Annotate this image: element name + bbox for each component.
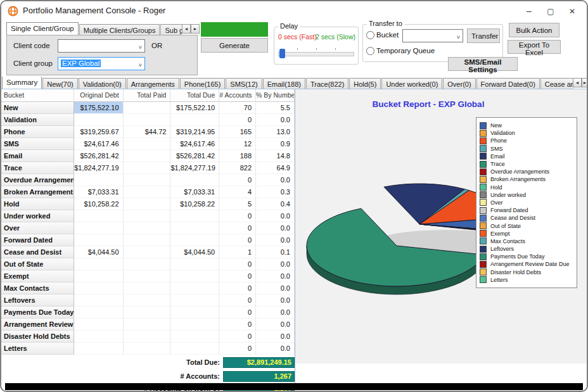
bucket-name-cell[interactable]: New (1, 102, 74, 114)
main-tabs-scroll-right-icon[interactable] (191, 24, 200, 34)
grid-cell[interactable]: 0.0 (256, 174, 295, 186)
tab-multiple-clients-groups[interactable]: Multiple Clients/Groups (79, 24, 160, 35)
bucket-combobox[interactable] (402, 29, 463, 42)
grid-cell[interactable] (74, 270, 124, 282)
bucket-tab-sms-12-[interactable]: SMS(12) (226, 78, 262, 89)
bucket-name-cell[interactable]: Letters (1, 343, 74, 355)
grid-cell[interactable]: 0 (219, 270, 256, 282)
grid-cell[interactable] (124, 150, 171, 162)
grid-cell[interactable]: 5.5 (256, 102, 295, 114)
grid-cell[interactable] (74, 174, 124, 186)
grid-cell[interactable]: 0 (219, 294, 256, 307)
grid-cell[interactable]: $526,281.42 (170, 150, 219, 162)
main-tabs-scroll-left-icon[interactable] (182, 24, 191, 34)
grid-cell[interactable] (170, 234, 219, 246)
column-header[interactable]: Total Paid (124, 89, 171, 102)
bucket-name-cell[interactable]: Overdue Arrangements (1, 174, 74, 186)
bucket-tab-email-188-[interactable]: Email(188) (263, 78, 305, 89)
grid-cell[interactable] (74, 307, 124, 319)
grid-cell[interactable] (124, 210, 171, 222)
transfer-button[interactable]: Transfer (467, 28, 500, 43)
bucket-name-cell[interactable]: SMS (1, 138, 74, 150)
tab-sub-groups[interactable]: Sub groups (160, 24, 182, 35)
grid-cell[interactable]: 0 (219, 282, 256, 294)
grid-cell[interactable]: 0.0 (256, 210, 295, 222)
grid-cell[interactable]: $4,044.50 (170, 246, 219, 258)
grid-cell[interactable]: 0.0 (256, 319, 295, 331)
grid-cell[interactable] (124, 270, 171, 282)
close-icon[interactable] (563, 4, 582, 18)
grid-cell[interactable]: $24,617.46 (74, 138, 124, 150)
grid-cell[interactable]: 0.1 (256, 246, 295, 258)
export-to-excel-button[interactable]: Export To Excel (508, 40, 561, 54)
grid-cell[interactable]: 0 (219, 258, 256, 270)
grid-cell[interactable]: 14.8 (256, 150, 295, 162)
bulk-action-button[interactable]: Bulk Action (509, 23, 559, 37)
bucket-name-cell[interactable]: Over (1, 222, 74, 234)
grid-cell[interactable]: 0.0 (256, 222, 295, 234)
bucket-tab-new-70-[interactable]: New(70) (42, 78, 78, 89)
column-header[interactable]: % By Number (256, 89, 295, 102)
bucket-tab-over-0-[interactable]: Over(0) (443, 78, 475, 89)
grid-cell[interactable]: 0.0 (256, 294, 295, 307)
grid-cell[interactable]: 0.0 (256, 282, 295, 294)
grid-cell[interactable]: 0.4 (256, 198, 295, 210)
grid-cell[interactable] (170, 331, 219, 343)
bucket-tab-trace-822-[interactable]: Trace(822) (306, 78, 348, 89)
grid-cell[interactable] (170, 343, 219, 355)
grid-cell[interactable] (170, 282, 219, 294)
grid-cell[interactable]: 0.0 (256, 307, 295, 319)
grid-cell[interactable] (124, 246, 171, 258)
grid-cell[interactable]: $319,214.95 (170, 126, 219, 138)
grid-cell[interactable]: 0.0 (256, 114, 295, 126)
bucket-name-cell[interactable]: Under worked (1, 210, 74, 222)
bucket-tab-under-worked-0-[interactable]: Under worked(0) (381, 78, 442, 89)
grid-cell[interactable]: 0 (219, 234, 256, 246)
grid-cell[interactable]: 0.0 (256, 331, 295, 343)
column-header[interactable]: Bucket (1, 89, 74, 102)
grid-cell[interactable]: 0 (219, 319, 256, 331)
grid-cell[interactable] (124, 102, 171, 114)
bucket-name-cell[interactable]: Max Contacts (1, 282, 74, 294)
bucket-name-cell[interactable]: Hold (1, 198, 74, 210)
slider-thumb[interactable] (279, 49, 285, 58)
grid-cell[interactable] (170, 114, 219, 126)
grid-cell[interactable]: 0.0 (256, 343, 295, 355)
bucket-name-cell[interactable]: Payments Due Today (1, 307, 74, 319)
bucket-name-cell[interactable]: Arrangement Review Date Due (1, 319, 74, 331)
grid-cell[interactable] (170, 210, 219, 222)
grid-cell[interactable] (124, 138, 171, 150)
grid-cell[interactable]: $175,522.10 (170, 102, 219, 114)
grid-cell[interactable] (124, 198, 171, 210)
grid-cell[interactable] (170, 222, 219, 234)
grid-cell[interactable]: 0 (219, 114, 256, 126)
grid-cell[interactable]: 0.3 (256, 186, 295, 198)
grid-cell[interactable] (170, 307, 219, 319)
grid-cell[interactable] (170, 294, 219, 307)
maximize-icon[interactable] (541, 4, 560, 18)
grid-cell[interactable]: 0 (219, 331, 256, 343)
bucket-name-cell[interactable]: Forward Dated (1, 234, 74, 246)
bucket-tabs-scroll-right-icon[interactable] (582, 78, 588, 87)
grid-cell[interactable] (124, 294, 171, 307)
grid-cell[interactable] (74, 331, 124, 343)
grid-cell[interactable]: 12 (219, 138, 256, 150)
grid-cell[interactable]: 13.0 (256, 126, 295, 138)
bucket-tab-phone-165-[interactable]: Phone(165) (180, 78, 226, 89)
grid-cell[interactable] (124, 331, 171, 343)
grid-cell[interactable]: $526,281.42 (74, 150, 124, 162)
sms-email-settings-button[interactable]: SMS/Email Settings (448, 57, 518, 71)
grid-cell[interactable] (74, 343, 124, 355)
bucket-radio[interactable] (366, 31, 374, 39)
grid-cell[interactable]: 822 (219, 162, 256, 174)
minimize-icon[interactable] (520, 4, 539, 18)
bucket-name-cell[interactable]: Trace (1, 162, 74, 174)
bucket-name-cell[interactable]: Email (1, 150, 74, 162)
grid-cell[interactable] (124, 258, 171, 270)
grid-cell[interactable] (124, 282, 171, 294)
grid-cell[interactable] (124, 343, 171, 355)
grid-cell[interactable]: $7,033.31 (170, 186, 219, 198)
grid-cell[interactable]: 0 (219, 307, 256, 319)
grid-cell[interactable] (124, 114, 171, 126)
grid-cell[interactable]: 5 (219, 198, 256, 210)
